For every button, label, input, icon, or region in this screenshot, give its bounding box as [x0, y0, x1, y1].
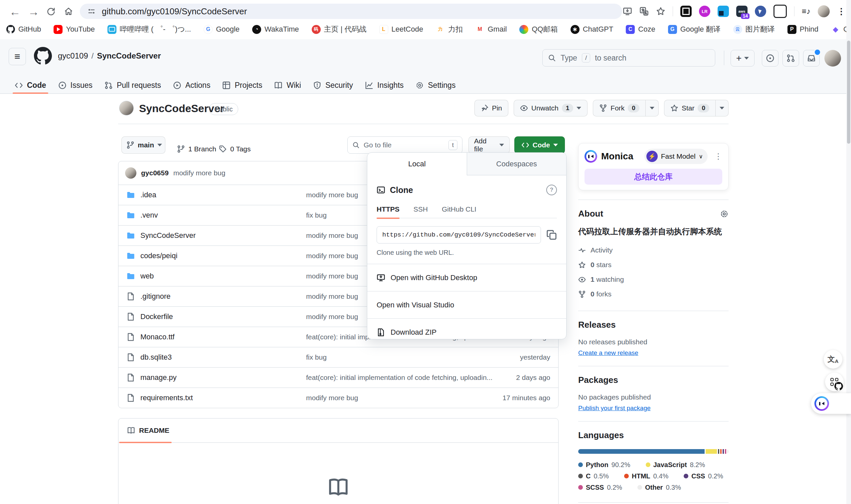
bookmark-chatgpt[interactable]: ∗ChatGPT [571, 25, 614, 34]
bookmark-leetcode[interactable]: LLeetCode [379, 25, 423, 34]
tab-issues[interactable]: Issues [52, 77, 98, 93]
back-icon[interactable]: ← [9, 5, 21, 18]
tab-insights[interactable]: Insights [359, 77, 410, 93]
file-name-link[interactable]: Dockerfile [140, 312, 173, 321]
tab-list-icon[interactable]: ≡♪ [802, 7, 810, 16]
tab-security[interactable]: Security [307, 77, 359, 93]
tab-actions[interactable]: Actions [167, 77, 216, 93]
global-nav-menu-button[interactable]: ≡ [8, 48, 26, 65]
protocol-tab-cli[interactable]: GitHub CLI [442, 205, 476, 213]
bookmark-likou[interactable]: 力力扣 [436, 24, 463, 34]
protocol-tab-ssh[interactable]: SSH [414, 205, 428, 213]
commit-message-link[interactable]: modify more bug [306, 292, 358, 301]
home-icon[interactable] [64, 7, 73, 16]
commit-message[interactable]: modify more bug [173, 169, 225, 177]
commit-message-link[interactable]: modify more bug [306, 394, 358, 402]
url-text[interactable]: github.com/gyc0109/SyncCodeServer [102, 6, 247, 17]
bookmark-star-icon[interactable] [656, 7, 665, 16]
star-button[interactable]: Star0 [664, 100, 728, 116]
bookmark-youtube[interactable]: YouTube [54, 25, 94, 34]
clone-url-input[interactable] [377, 226, 541, 244]
commit-message-link[interactable]: modify more bug [306, 252, 358, 260]
summarize-repo-button[interactable]: 总结此仓库 [584, 169, 722, 185]
go-to-file-input[interactable]: Go to file t [347, 137, 463, 154]
language-item[interactable]: JavaScript8.2% [646, 461, 705, 469]
commit-message-link[interactable]: modify more bug [306, 232, 358, 239]
user-avatar[interactable] [825, 50, 841, 67]
extension-icon-2[interactable]: LR [699, 6, 710, 17]
browser-menu-icon[interactable]: ⋮ [837, 6, 846, 17]
bookmark-wakatime[interactable]: ◔WakaTime [252, 25, 299, 34]
extensions-icon[interactable] [774, 5, 787, 18]
releases-heading[interactable]: Releases [578, 320, 728, 330]
open-github-desktop-item[interactable]: Open with GitHub Desktop [367, 264, 566, 291]
languages-bar[interactable] [578, 449, 728, 454]
gear-icon[interactable] [720, 210, 728, 218]
monica-menu-icon[interactable]: ⋮ [714, 152, 722, 161]
translate-icon[interactable] [639, 7, 649, 16]
bookmark-coze[interactable]: CCoze [626, 25, 655, 34]
readme-tab[interactable]: README [127, 427, 169, 434]
commit-message-link[interactable]: modify more bug [306, 272, 358, 280]
file-name-link[interactable]: Monaco.ttf [140, 333, 175, 341]
tab-settings[interactable]: Settings [410, 77, 461, 93]
file-name-link[interactable]: .gitignore [140, 292, 171, 301]
language-item[interactable]: HTML0.4% [624, 472, 668, 480]
repo-owner-avatar[interactable] [119, 101, 134, 115]
monica-floating-button[interactable] [811, 393, 851, 414]
dropdown-tab-codespaces[interactable]: Codespaces [467, 153, 566, 175]
packages-heading[interactable]: Packages [578, 375, 728, 385]
branch-selector-button[interactable]: main [122, 137, 165, 154]
watch-button[interactable]: Unwatch1 [514, 100, 587, 116]
tab-code[interactable]: Code [8, 77, 52, 93]
tags-link[interactable]: 0 Tags [219, 140, 251, 158]
floating-apps-button[interactable] [825, 373, 844, 391]
pin-button[interactable]: Pin [474, 100, 508, 116]
language-item[interactable]: SCSS0.2% [578, 484, 622, 491]
commit-message-link[interactable]: modify more bug [306, 191, 358, 199]
scrollbar-thumb[interactable] [847, 41, 850, 144]
bookmark-codewar[interactable]: 码主页 | 代码战 [312, 24, 367, 34]
breadcrumb-owner[interactable]: gyc0109 [58, 51, 88, 60]
bookmark-qqmail[interactable]: QQ邮箱 [519, 24, 558, 34]
table-row[interactable]: requirements.txtmodify more bug17 minute… [119, 388, 558, 408]
bookmark-google[interactable]: GGoogle [204, 25, 239, 34]
bookmark-imgtranslate[interactable]: 云图片翻译 [733, 24, 775, 34]
create-new-button[interactable]: + [730, 50, 755, 67]
commit-author[interactable]: gyc0659 [141, 169, 169, 177]
file-name-link[interactable]: .venv [140, 211, 158, 219]
model-selector[interactable]: ⚡ Fast Model ∨ [645, 149, 708, 164]
copy-icon[interactable] [546, 230, 557, 240]
browser-profile-avatar[interactable] [818, 5, 830, 17]
stars-link[interactable]: 0 stars [578, 257, 728, 272]
create-release-link[interactable]: Create a new release [578, 349, 638, 357]
bookmark-gtranslate[interactable]: GGoogle 翻译 [668, 24, 721, 34]
fork-button[interactable]: Fork0 [593, 100, 659, 116]
fork-dropdown[interactable] [646, 100, 658, 116]
bookmark-phind[interactable]: PPhind [787, 25, 818, 34]
tab-projects[interactable]: Projects [216, 77, 268, 93]
file-name-link[interactable]: .idea [140, 191, 156, 199]
forward-icon[interactable]: → [28, 5, 39, 18]
extension-icon-3[interactable] [718, 6, 729, 17]
file-name-link[interactable]: manage.py [140, 373, 177, 382]
table-row[interactable]: manage.pyfeat(core): initial implementat… [119, 367, 558, 388]
publish-package-link[interactable]: Publish your first package [578, 404, 651, 412]
floating-translate-button[interactable]: 文A [824, 350, 843, 368]
tab-pull-requests[interactable]: Pull requests [98, 77, 167, 93]
inbox-button[interactable] [803, 50, 820, 67]
site-settings-icon[interactable] [87, 7, 96, 16]
star-dropdown[interactable] [715, 100, 728, 116]
language-item[interactable]: CSS0.2% [684, 472, 723, 480]
language-item[interactable]: Other0.3% [637, 484, 681, 491]
scrollbar[interactable] [846, 0, 851, 504]
language-item[interactable]: C0.5% [578, 472, 609, 480]
reload-icon[interactable] [46, 7, 56, 17]
bookmark-github[interactable]: GitHub [6, 25, 41, 34]
commit-author-avatar[interactable] [125, 167, 137, 179]
pull-requests-header-button[interactable] [782, 50, 799, 67]
global-search-input[interactable]: Type / to search [542, 49, 715, 67]
file-name-link[interactable]: codes/peiqi [140, 252, 177, 260]
extension-icon-1[interactable] [680, 6, 692, 17]
protocol-tab-https[interactable]: HTTPS [377, 205, 400, 213]
